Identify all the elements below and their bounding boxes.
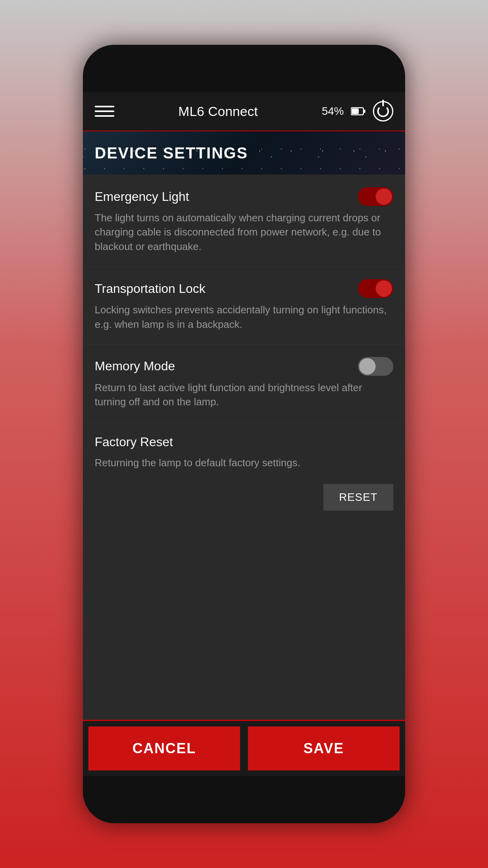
toggle-emergency-light[interactable] [358,187,393,206]
setting-name-memory-mode: Memory Mode [95,359,175,373]
setting-item-emergency-light: Emergency Light The light turns on autom… [83,175,405,267]
setting-name-emergency-light: Emergency Light [95,189,189,204]
setting-name-transportation-lock: Transportation Lock [95,281,205,296]
screen: ML6 Connect 54% DEVICE SETTINGS [83,92,405,776]
svg-rect-1 [363,110,365,113]
setting-item-transportation-lock: Transportation Lock Locking switches pre… [83,267,405,344]
toggle-transportation-lock[interactable] [358,279,393,298]
toolbar: ML6 Connect 54% [83,92,405,131]
factory-reset-description: Returning the lamp to default factory se… [95,456,393,470]
power-button[interactable] [373,101,393,121]
phone-top-bezel [83,45,405,92]
app-title: ML6 Connect [114,104,322,119]
factory-reset-title: Factory Reset [95,435,393,449]
setting-desc-transportation-lock: Locking switches prevents accidentally t… [95,303,393,331]
battery-percent: 54% [322,105,344,118]
battery-icon [351,107,366,116]
svg-rect-2 [352,108,359,114]
save-button[interactable]: SAVE [248,726,400,771]
toggle-memory-mode[interactable] [358,357,393,376]
device-settings-header: DEVICE SETTINGS [83,131,405,175]
setting-item-memory-mode: Memory Mode Return to last active light … [83,344,405,422]
phone-bottom-bezel [83,776,405,823]
toggle-thumb-memory-mode [359,358,376,375]
toggle-thumb-emergency-light [376,188,392,205]
cancel-button[interactable]: CANCEL [88,726,240,771]
action-buttons: CANCEL SAVE [83,721,405,776]
settings-list: Emergency Light The light turns on autom… [83,175,405,720]
toolbar-right: 54% [322,101,393,121]
setting-desc-emergency-light: The light turns on automatically when ch… [95,211,393,254]
setting-item-factory-reset: Factory Reset Returning the lamp to defa… [83,422,405,720]
setting-desc-memory-mode: Return to last active light function and… [95,381,393,409]
hamburger-menu-icon[interactable] [95,106,114,117]
reset-button[interactable]: RESET [323,484,393,511]
device-settings-title: DEVICE SETTINGS [95,144,248,162]
phone-shell: ML6 Connect 54% DEVICE SETTINGS [83,45,405,823]
toggle-thumb-transportation-lock [376,280,392,297]
